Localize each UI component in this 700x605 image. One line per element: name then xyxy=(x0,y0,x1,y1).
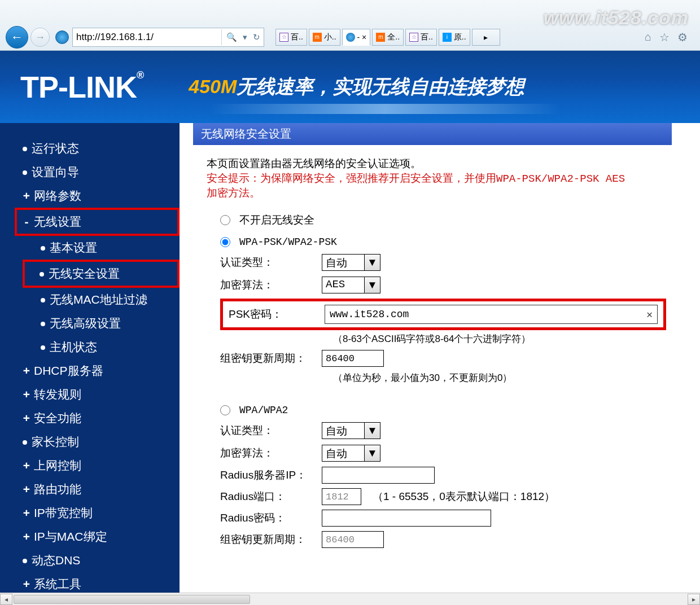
sidebar-label: 系统工具 xyxy=(34,577,81,590)
tab-label: 小.. xyxy=(324,32,336,42)
scroll-right-button[interactable]: ▸ xyxy=(688,594,700,605)
chevron-down-icon[interactable]: ▼ xyxy=(365,445,380,462)
sidebar-item[interactable]: +路由功能 xyxy=(0,477,180,501)
radius-ip-input[interactable] xyxy=(322,467,435,484)
psk-password-row: PSK密码： www.it528.com ✕ xyxy=(220,299,666,330)
radius-port-input[interactable] xyxy=(322,488,361,505)
sidebar-item[interactable]: +DHCP服务器 xyxy=(0,359,180,383)
tab-label: 百.. xyxy=(421,32,433,42)
tab-label: 百.. xyxy=(291,32,303,42)
sidebar-label: 网络参数 xyxy=(34,189,81,202)
sidebar-item[interactable]: 动态DNS xyxy=(0,549,180,572)
radius-pwd-input[interactable] xyxy=(322,510,491,527)
sidebar-label: 上网控制 xyxy=(34,459,81,472)
watermark: www.it528.com xyxy=(544,7,689,29)
sidebar-label: IP带宽控制 xyxy=(34,506,93,519)
sidebar-item[interactable]: 无线高级设置 xyxy=(0,312,180,335)
chevron-down-icon[interactable]: ▼ xyxy=(365,422,380,439)
browser-tab[interactable]: m全.. xyxy=(372,29,404,46)
url-input[interactable] xyxy=(76,32,217,43)
sidebar-item[interactable]: +转发规则 xyxy=(0,383,180,406)
browser-tab[interactable]: i原.. xyxy=(439,29,470,46)
psk-input[interactable]: www.it528.com ✕ xyxy=(325,305,658,324)
sidebar-label: 安全功能 xyxy=(34,411,81,424)
dropdown-icon[interactable]: ▾ xyxy=(243,32,247,42)
browser-tab[interactable]: - × xyxy=(342,29,371,46)
label-wpa: WPA/WPA2 xyxy=(239,405,288,416)
wpa-auth-select[interactable]: 自动▼ xyxy=(322,422,380,440)
groupkey2-input[interactable] xyxy=(322,531,384,548)
sidebar-item[interactable]: 家长控制 xyxy=(0,430,180,454)
search-icon[interactable]: 🔍 xyxy=(226,32,237,42)
sidebar-item[interactable]: +系统工具 xyxy=(0,572,180,593)
ie-icon xyxy=(55,30,69,44)
sidebar-label: 无线安全设置 xyxy=(49,267,120,280)
sidebar-label: 无线设置 xyxy=(34,215,81,228)
sidebar-item[interactable]: -无线设置 xyxy=(15,208,180,236)
favicon xyxy=(346,33,355,42)
sidebar-label: IP与MAC绑定 xyxy=(34,530,107,543)
chevron-down-icon[interactable]: ▼ xyxy=(365,254,380,271)
chevron-down-icon[interactable]: ▼ xyxy=(365,277,380,293)
sidebar-item[interactable]: 无线MAC地址过滤 xyxy=(0,288,180,312)
sidebar-item[interactable]: 基本设置 xyxy=(0,236,180,260)
sidebar-item[interactable]: +IP带宽控制 xyxy=(0,501,180,525)
horizontal-scrollbar[interactable]: ◂ ▸ xyxy=(0,593,700,605)
groupkey-input[interactable] xyxy=(322,350,384,367)
radio-wpa[interactable] xyxy=(220,405,230,415)
sidebar-item[interactable]: +安全功能 xyxy=(0,406,180,430)
sidebar-label: 主机状态 xyxy=(50,340,97,353)
favicon: ☆ xyxy=(279,33,288,42)
sidebar-item[interactable]: 设置向导 xyxy=(0,160,180,184)
sidebar-item[interactable]: 无线安全设置 xyxy=(23,260,180,288)
brand-logo: TP-LINK® xyxy=(20,69,143,104)
sidebar-item[interactable]: +网络参数 xyxy=(0,184,180,208)
sidebar-label: 设置向导 xyxy=(32,165,79,178)
header-banner: TP-LINK® 450M无线速率，实现无线自由连接梦想 xyxy=(0,51,700,123)
tab-overflow[interactable]: ▸ xyxy=(472,29,500,46)
wpa-enc-label: 加密算法： xyxy=(220,446,322,461)
auth-type-select[interactable]: 自动▼ xyxy=(322,253,380,271)
groupkey-label: 组密钥更新周期： xyxy=(220,351,322,366)
forward-button[interactable]: → xyxy=(30,28,50,47)
browser-tab[interactable]: ☆百.. xyxy=(275,29,307,46)
radius-pwd-label: Radius密码： xyxy=(220,511,322,525)
content-panel: 无线网络安全设置 本页面设置路由器无线网络的安全认证选项。 安全提示：为保障网络… xyxy=(180,123,700,593)
sidebar-item[interactable]: 主机状态 xyxy=(0,335,180,359)
wpa-enc-select[interactable]: 自动▼ xyxy=(322,444,380,462)
favicon: i xyxy=(443,33,452,42)
wpa-auth-label: 认证类型： xyxy=(220,423,322,438)
sidebar-label: 无线MAC地址过滤 xyxy=(50,293,147,306)
tools-icon[interactable]: ⚙ xyxy=(677,30,688,44)
sidebar-item[interactable]: +上网控制 xyxy=(0,454,180,477)
favicon: m xyxy=(376,33,385,42)
scroll-left-button[interactable]: ◂ xyxy=(0,594,12,605)
sidebar-label: 基本设置 xyxy=(50,241,97,254)
clear-icon[interactable]: ✕ xyxy=(646,308,653,321)
sidebar-label: DHCP服务器 xyxy=(34,364,103,377)
browser-tab[interactable]: ☆百.. xyxy=(405,29,437,46)
sidebar-item[interactable]: +IP与MAC绑定 xyxy=(0,525,180,549)
label-wpa-psk: WPA-PSK/WPA2-PSK xyxy=(239,236,337,248)
favicon: m xyxy=(313,33,322,42)
radio-no-security[interactable] xyxy=(220,215,230,225)
browser-tab[interactable]: m小.. xyxy=(309,29,340,46)
slogan: 450M无线速率，实现无线自由连接梦想 xyxy=(189,74,524,100)
sidebar-label: 家长控制 xyxy=(32,435,79,448)
scroll-thumb[interactable] xyxy=(14,595,250,604)
sidebar-label: 转发规则 xyxy=(34,388,81,401)
address-bar[interactable]: 🔍 ▾ ↻ xyxy=(72,28,264,47)
enc-algo-select[interactable]: AES▼ xyxy=(322,276,380,294)
home-icon[interactable]: ⌂ xyxy=(645,30,651,44)
back-button[interactable]: ← xyxy=(6,26,28,49)
groupkey2-label: 组密钥更新周期： xyxy=(220,532,322,547)
sidebar-label: 无线高级设置 xyxy=(50,317,121,330)
intro-text: 本页面设置路由器无线网络的安全认证选项。 xyxy=(207,156,666,171)
sidebar-nav: 运行状态设置向导+网络参数-无线设置基本设置无线安全设置无线MAC地址过滤无线高… xyxy=(0,123,180,593)
radio-wpa-psk[interactable] xyxy=(220,237,230,247)
sidebar-item[interactable]: 运行状态 xyxy=(0,137,180,160)
security-warning: 安全提示：为保障网络安全，强烈推荐开启安全设置，并使用WPA-PSK/WPA2-… xyxy=(207,171,666,200)
favorites-icon[interactable]: ☆ xyxy=(659,30,670,44)
refresh-icon[interactable]: ↻ xyxy=(253,32,260,42)
groupkey-hint: （单位为秒，最小值为30，不更新则为0） xyxy=(333,371,666,384)
